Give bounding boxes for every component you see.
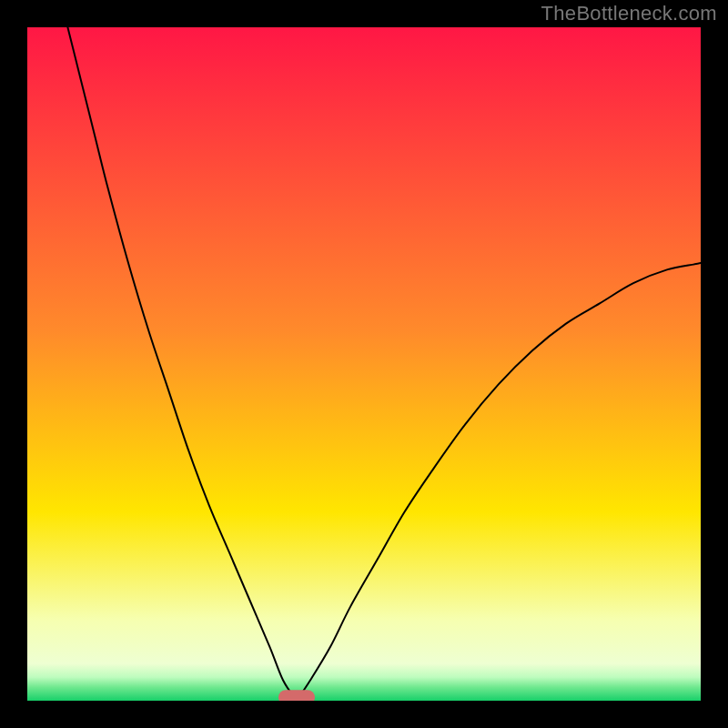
bottleneck-chart [0,0,728,728]
chart-container: TheBottleneck.com [0,0,728,728]
plot-background [27,27,701,701]
watermark-text: TheBottleneck.com [541,2,717,25]
